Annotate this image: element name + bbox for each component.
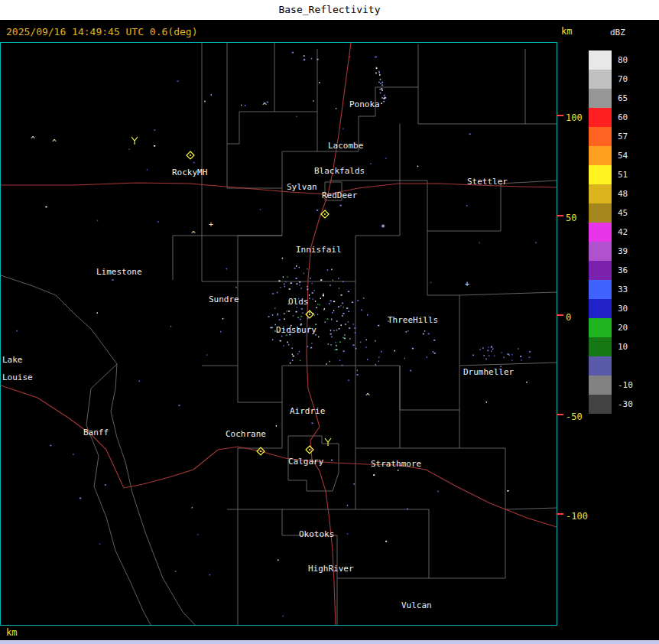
right-axis-tick <box>557 314 563 316</box>
radar-echo <box>226 268 227 270</box>
radar-echo <box>333 301 335 303</box>
legend-block: -30 <box>589 395 659 414</box>
radar-echo <box>323 310 324 311</box>
radar-echo <box>487 350 489 352</box>
radar-echo <box>360 342 361 343</box>
radar-echo <box>365 346 366 348</box>
legend-color-swatch <box>589 165 612 184</box>
radar-echo <box>299 351 300 353</box>
radar-echo <box>354 327 355 329</box>
county-boundary <box>238 402 282 509</box>
radar-echo <box>206 354 207 356</box>
radar-echo <box>526 382 527 383</box>
legend-color-swatch <box>589 146 612 165</box>
highway-line <box>328 184 557 194</box>
city-label: Ponoka <box>349 99 380 109</box>
radar-echo <box>278 314 278 315</box>
radar-echo <box>423 333 424 335</box>
radar-echo <box>311 423 313 424</box>
radar-echo <box>502 352 502 353</box>
radar-echo <box>147 169 148 171</box>
radar-echo <box>503 357 504 359</box>
radar-echo <box>355 332 355 333</box>
radar-echo <box>479 349 480 350</box>
radar-echo <box>349 311 349 312</box>
radar-echo <box>300 288 301 289</box>
legend-block: -10 <box>589 376 659 395</box>
radar-echo <box>319 82 320 83</box>
radar-echo <box>398 470 398 471</box>
plus-point-marker: + <box>465 280 469 288</box>
radar-echo <box>293 356 294 357</box>
radar-echo <box>307 286 307 288</box>
county-boundary <box>355 509 505 578</box>
legend-value-label: 70 <box>618 74 628 84</box>
radar-echo <box>341 294 342 296</box>
legend-value-label: 51 <box>618 170 628 180</box>
right-axis-tick <box>557 513 563 515</box>
radar-echo <box>352 301 353 303</box>
radar-echo <box>381 102 382 104</box>
city-label: HighRiver <box>308 564 354 574</box>
legend-value-label: 10 <box>618 342 628 352</box>
county-boundary <box>227 112 317 188</box>
radar-echo <box>511 359 512 361</box>
radar-echo <box>296 278 297 279</box>
radar-echo <box>291 282 292 284</box>
radar-echo <box>317 59 318 60</box>
radar-echo <box>348 379 349 381</box>
radar-echo <box>292 353 293 355</box>
legend-block: 65 <box>589 89 659 108</box>
radar-echo <box>361 310 362 311</box>
radar-echo <box>342 313 344 314</box>
radar-echo <box>80 498 81 499</box>
radar-echo <box>297 307 297 308</box>
radar-echo <box>292 52 294 54</box>
legend-color-swatch <box>589 376 612 395</box>
legend-value-label: 20 <box>618 323 628 333</box>
radar-echo <box>336 330 337 331</box>
radar-echo <box>282 258 283 259</box>
radar-echo <box>518 348 518 350</box>
radar-echo <box>484 355 485 356</box>
radar-echo <box>299 267 300 268</box>
radar-echo <box>342 281 343 283</box>
legend-block: 80 <box>589 50 659 70</box>
radar-echo <box>342 303 343 304</box>
radar-echo <box>302 312 303 314</box>
radar-echo <box>324 308 325 310</box>
legend-color-swatch <box>589 318 612 337</box>
radar-echo <box>317 314 318 315</box>
radar-echo <box>355 348 356 350</box>
legend-value-label: -10 <box>618 380 633 390</box>
radar-echo <box>235 287 236 288</box>
radar-echo <box>310 278 310 279</box>
radar-echo <box>270 327 271 329</box>
radar-echo <box>491 346 492 348</box>
radar-echo <box>330 361 330 363</box>
legend-color-swatch <box>589 108 612 127</box>
radar-echo <box>280 340 281 342</box>
radar-echo <box>290 363 291 364</box>
county-boundary <box>400 181 557 231</box>
legend-block: 48 <box>589 184 659 203</box>
county-boundary <box>355 363 557 410</box>
radar-echo <box>307 317 308 319</box>
radar-echo <box>297 353 298 355</box>
radar-echo <box>336 108 336 109</box>
radar-echo <box>492 349 493 350</box>
radar-echo <box>375 364 376 366</box>
radar-echo <box>343 350 345 352</box>
city-label: Didsbury <box>276 325 317 335</box>
radar-echo <box>278 560 278 561</box>
radar-app-window: Base_Reflectivity 2025/09/16 14:49:45 UT… <box>0 0 659 644</box>
radar-echo <box>315 301 316 302</box>
right-axis-label: 50 <box>566 213 576 223</box>
radar-echo <box>353 324 354 325</box>
radar-echo <box>139 381 140 382</box>
radar-echo <box>222 318 223 320</box>
legend-block: 45 <box>589 203 659 223</box>
radar-echo <box>296 265 297 267</box>
radar-echo <box>284 318 284 320</box>
radar-echo <box>378 325 379 327</box>
